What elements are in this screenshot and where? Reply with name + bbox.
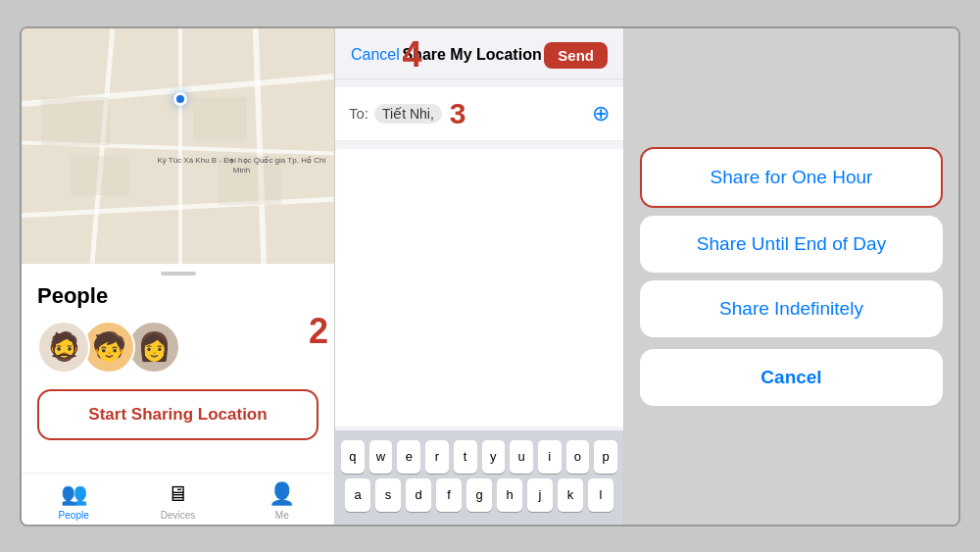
start-sharing-button[interactable]: Start Sharing Location: [37, 389, 318, 440]
key-p[interactable]: p: [594, 440, 617, 474]
tab-people-label: People: [59, 510, 89, 521]
tab-devices[interactable]: 🖥 Devices: [125, 481, 229, 521]
keyboard-area: q w e r t y u i o p a s d f g h j k l: [335, 430, 623, 525]
panel-findmy: Ký Túc Xá Khu B - Đại học Quốc gia Tp. H…: [22, 28, 335, 525]
key-e[interactable]: e: [397, 440, 420, 474]
drawer-handle: [161, 272, 196, 276]
map-label: Ký Túc Xá Khu B - Đại học Quốc gia Tp. H…: [149, 156, 334, 176]
tab-me-label: Me: [275, 510, 289, 521]
panel-content: People 🧔 🧒 👩 2 Start Sharing Location: [22, 279, 334, 473]
key-r[interactable]: r: [425, 440, 449, 474]
key-s[interactable]: s: [375, 478, 401, 512]
keyboard-row-1: q w e r t y u i o p: [341, 440, 617, 474]
key-t[interactable]: t: [454, 440, 477, 474]
avatar-3: 👩: [127, 321, 180, 374]
key-j[interactable]: j: [527, 478, 553, 512]
panel-action: Share for One Hour Share Until End of Da…: [624, 28, 958, 525]
compose-area[interactable]: [335, 149, 623, 427]
main-container: Ký Túc Xá Khu B - Đại học Quốc gia Tp. H…: [20, 26, 960, 527]
tab-me[interactable]: 👤 Me: [230, 481, 334, 521]
key-h[interactable]: h: [497, 478, 522, 512]
step-2-badge: 2: [309, 311, 328, 352]
share-title-wrap: Share My Location 4: [402, 46, 541, 64]
panel-share: Cancel Share My Location 4 Send To: Tiết…: [335, 28, 624, 525]
devices-icon: 🖥: [167, 481, 188, 507]
key-w[interactable]: w: [369, 440, 393, 474]
step-3-badge: 3: [450, 97, 466, 130]
people-title: People: [37, 283, 318, 309]
key-d[interactable]: d: [406, 478, 431, 512]
share-indefinitely-button[interactable]: Share Indefinitely: [640, 280, 943, 337]
keyboard-row-2: a s d f g h j k l: [341, 478, 617, 512]
map-area: Ký Túc Xá Khu B - Đại học Quốc gia Tp. H…: [22, 28, 334, 264]
action-cancel-button[interactable]: Cancel: [640, 349, 943, 406]
key-o[interactable]: o: [566, 440, 590, 474]
key-q[interactable]: q: [341, 440, 365, 474]
key-u[interactable]: u: [510, 440, 533, 474]
share-title: Share My Location: [402, 46, 541, 64]
share-header: Cancel Share My Location 4 Send: [335, 28, 623, 79]
key-f[interactable]: f: [436, 478, 462, 512]
tab-people[interactable]: 👥 People 1: [22, 481, 125, 521]
key-l[interactable]: l: [588, 478, 613, 512]
key-y[interactable]: y: [482, 440, 506, 474]
key-a[interactable]: a: [345, 478, 370, 512]
share-one-hour-button[interactable]: Share for One Hour: [640, 147, 943, 208]
avatar-1: 🧔: [37, 321, 90, 374]
cancel-button[interactable]: Cancel: [351, 46, 400, 64]
avatar-2: 🧒: [82, 321, 135, 374]
action-sheet: Share for One Hour Share Until End of Da…: [640, 147, 943, 406]
people-icon: 👥: [61, 481, 87, 507]
map-location-dot: [173, 92, 187, 106]
key-i[interactable]: i: [538, 440, 562, 474]
add-recipient-button[interactable]: ⊕: [592, 101, 610, 126]
share-until-end-of-day-button[interactable]: Share Until End of Day: [640, 216, 943, 273]
avatars-row: 🧔 🧒 👩 2: [37, 321, 318, 374]
bottom-tabs: 👥 People 1 🖥 Devices 👤 Me: [22, 473, 334, 525]
to-field: To: Tiết Nhi, 3 ⊕: [335, 87, 623, 141]
tab-devices-label: Devices: [161, 510, 196, 521]
step-4-badge: 4: [402, 34, 421, 75]
key-g[interactable]: g: [466, 478, 492, 512]
send-button[interactable]: Send: [544, 42, 608, 69]
key-k[interactable]: k: [558, 478, 583, 512]
to-label: To:: [349, 105, 368, 122]
recipient-chip: Tiết Nhi,: [374, 104, 442, 124]
me-icon: 👤: [269, 481, 295, 507]
